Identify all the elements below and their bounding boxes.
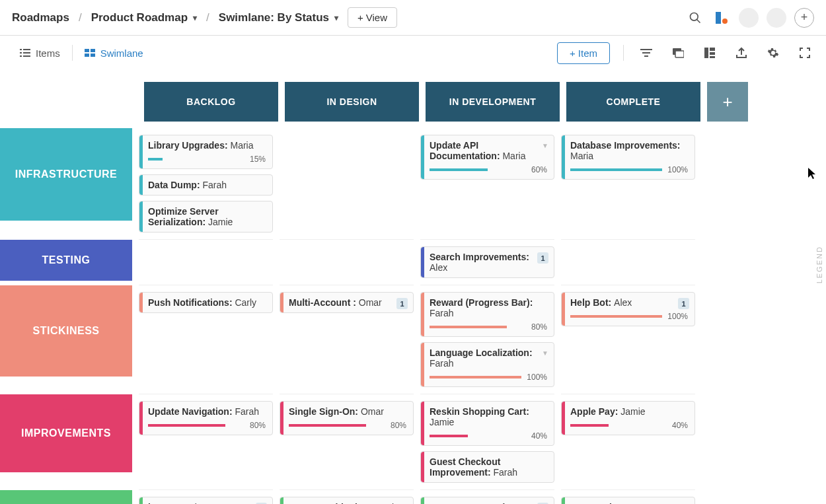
- card-body: Single Sign-On: Omar80%: [283, 402, 413, 435]
- lane-cell[interactable]: [280, 128, 414, 240]
- fullscreen-icon[interactable]: [796, 44, 814, 62]
- lane-cell[interactable]: Apple Pay: Jamie40%: [561, 394, 695, 490]
- breadcrumb-root[interactable]: Roadmaps: [12, 11, 69, 24]
- column-header-backlog[interactable]: BACKLOG: [144, 82, 278, 122]
- lane-cell[interactable]: 2iOS app: Alex: [139, 490, 273, 504]
- card-progress: 80%: [148, 421, 266, 430]
- column-header-dev[interactable]: IN DEVELOPMENT: [426, 82, 560, 122]
- lane-cell[interactable]: 1Help Bot: Alex100%: [561, 285, 695, 394]
- card[interactable]: Reskin Shopping Cart: Jamie40%: [420, 401, 554, 446]
- export-icon[interactable]: [732, 44, 751, 62]
- breadcrumb-root-label: Roadmaps: [12, 11, 69, 24]
- card[interactable]: 1Search Improvements: Alex: [420, 246, 554, 278]
- card[interactable]: Update Navigation: Farah80%: [139, 401, 273, 435]
- lane-label-platform[interactable]: [0, 490, 132, 504]
- card-owner: Farah: [430, 358, 454, 369]
- lane-label-infra[interactable]: INFRASTRUCTURE: [0, 128, 132, 221]
- layout-icon[interactable]: [700, 44, 719, 62]
- lane-label-testing[interactable]: TESTING: [0, 240, 132, 281]
- plus-icon: +: [801, 11, 808, 24]
- card-owner: Alex: [430, 262, 447, 273]
- card[interactable]: Two-Day Shipping: Jamie20%: [280, 497, 414, 504]
- card[interactable]: Apple Pay: Jamie40%: [561, 401, 695, 435]
- card-progress-pct: 15%: [250, 155, 266, 164]
- column-header-complete[interactable]: COMPLETE: [566, 82, 700, 122]
- card[interactable]: Guest Checkout Improvement: Farah: [420, 451, 554, 483]
- card-title: Single Sign-On:: [289, 406, 361, 417]
- search-icon[interactable]: [686, 9, 704, 27]
- lane-cell[interactable]: Two-Day Shipping: Jamie20%: [280, 490, 414, 504]
- card[interactable]: Single Sign-On: Omar80%: [280, 401, 414, 435]
- card-title: Update API Documentation:: [430, 140, 502, 161]
- add-column-button[interactable]: +: [707, 82, 748, 122]
- avatar[interactable]: [739, 8, 759, 28]
- card[interactable]: Library Upgrades: Maria15%: [139, 135, 273, 169]
- card[interactable]: Push Notifications: Carly: [139, 292, 273, 313]
- column-header-design[interactable]: IN DESIGN: [285, 82, 419, 122]
- card-title: Multi-Account :: [289, 297, 359, 308]
- card[interactable]: Optimize Server Serialization: Jamie: [139, 201, 273, 233]
- lane-cell[interactable]: Push Notifications: Carly: [139, 285, 273, 394]
- breadcrumb-view[interactable]: Swimlane: By Status ▾: [219, 11, 338, 24]
- card-progress-pct: 40%: [672, 421, 688, 430]
- avatar[interactable]: [767, 8, 786, 28]
- card[interactable]: 1Multi-Account : Omar: [280, 292, 414, 313]
- breadcrumb-separator: /: [206, 11, 209, 24]
- lane-cell[interactable]: 1Forgot Password Improvement: Omar: [420, 490, 554, 504]
- card-body: Reskin Shopping Cart: Jamie40%: [424, 402, 554, 445]
- lane-cell[interactable]: 1Multi-Account : Omar: [280, 285, 414, 394]
- svg-rect-16: [644, 55, 648, 57]
- filter-icon[interactable]: [637, 44, 656, 62]
- card-body: Database Improvements: Maria100%: [565, 135, 695, 179]
- card-progress: 100%: [570, 312, 688, 321]
- view-items-label: Items: [36, 48, 60, 59]
- lane-cell[interactable]: Single Sign-On: Omar80%: [280, 394, 414, 490]
- lane-cell[interactable]: [280, 240, 414, 285]
- lane-cell[interactable]: ▼Update API Documentation: Maria60%: [420, 128, 554, 240]
- card-progress-pct: 100%: [667, 165, 688, 174]
- card-progress-pct: 80%: [531, 322, 547, 332]
- divider: [623, 45, 624, 61]
- card[interactable]: 1Help Bot: Alex100%: [561, 292, 695, 326]
- svg-rect-7: [23, 52, 30, 54]
- lane-cell[interactable]: ▲Responsive eCommerce site: Maria: [561, 490, 695, 504]
- svg-rect-8: [20, 55, 22, 57]
- view-toggle-swimlane[interactable]: Swimlane: [77, 44, 151, 63]
- add-item-button[interactable]: + Item: [557, 42, 610, 64]
- card[interactable]: ▲Responsive eCommerce site: Maria: [561, 497, 695, 504]
- svg-rect-12: [85, 54, 89, 57]
- lane-cell[interactable]: Database Improvements: Maria100%: [561, 128, 695, 240]
- cards-icon[interactable]: [669, 44, 687, 62]
- view-toggle-items[interactable]: Items: [12, 44, 68, 63]
- card[interactable]: ▼Update API Documentation: Maria60%: [420, 135, 554, 180]
- add-view-button[interactable]: + View: [348, 7, 397, 28]
- lane-label-stickiness[interactable]: STICKINESS: [0, 285, 132, 377]
- legend-tab[interactable]: LEGEND: [813, 242, 826, 287]
- card[interactable]: Data Dump: Farah: [139, 174, 273, 196]
- add-button[interactable]: +: [794, 8, 814, 28]
- lane-cell[interactable]: [139, 240, 273, 285]
- card[interactable]: Database Improvements: Maria100%: [561, 135, 695, 180]
- card[interactable]: 1Forgot Password Improvement: Omar: [420, 497, 554, 504]
- lane-label-improvements[interactable]: IMPROVEMENTS: [0, 394, 132, 472]
- lane-cell[interactable]: [561, 240, 695, 285]
- card-owner: Jamie: [620, 406, 645, 417]
- card-progress-pct: 80%: [250, 421, 266, 430]
- card-body: Help Bot: Alex100%: [565, 293, 695, 326]
- gear-icon[interactable]: [764, 44, 782, 62]
- lane-cell[interactable]: Reskin Shopping Cart: Jamie40%Guest Chec…: [420, 394, 554, 490]
- card[interactable]: Reward (Progress Bar): Farah80%: [420, 292, 554, 337]
- card-body: Optimize Server Serialization: Jamie: [143, 201, 272, 232]
- card-body: Guest Checkout Improvement: Farah: [424, 452, 554, 482]
- card-progress: 40%: [570, 421, 688, 430]
- lane-cell[interactable]: Library Upgrades: Maria15%Data Dump: Far…: [139, 128, 273, 240]
- lane-cell[interactable]: Reward (Progress Bar): Farah80%▼Language…: [420, 285, 554, 394]
- lane-cell[interactable]: Update Navigation: Farah80%: [139, 394, 273, 490]
- lane-cell[interactable]: 1Search Improvements: Alex: [420, 240, 554, 285]
- card[interactable]: 2iOS app: Alex: [139, 497, 273, 504]
- card-body: Library Upgrades: Maria15%: [143, 135, 272, 168]
- card[interactable]: ▼Language Localization: Farah100%: [420, 342, 554, 387]
- caret-down-icon: ▼: [542, 142, 548, 149]
- lane-row: STICKINESSPush Notifications: Carly1Mult…: [0, 285, 826, 394]
- breadcrumb-project[interactable]: Product Roadmap ▾: [91, 11, 197, 24]
